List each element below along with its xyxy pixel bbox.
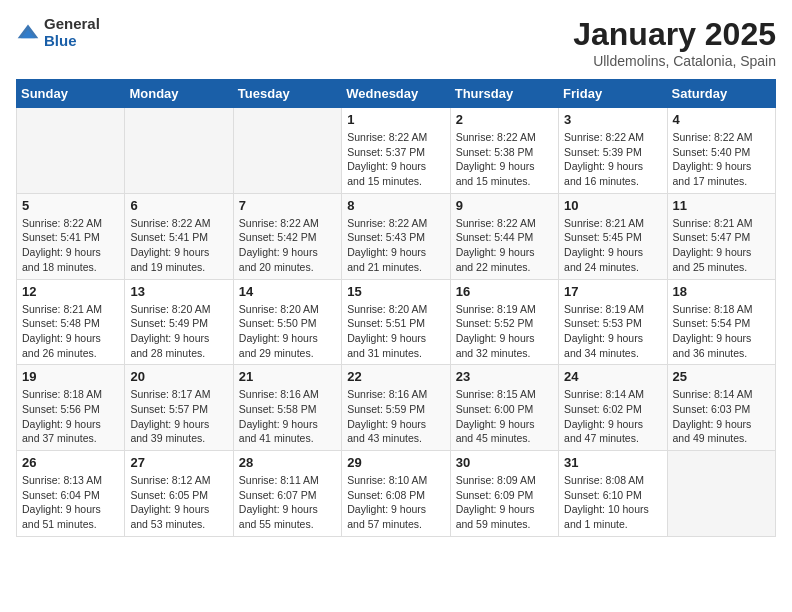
calendar-cell: 4Sunrise: 8:22 AMSunset: 5:40 PMDaylight… [667,108,775,194]
calendar-cell: 19Sunrise: 8:18 AMSunset: 5:56 PMDayligh… [17,365,125,451]
day-number: 20 [130,369,227,384]
day-number: 14 [239,284,336,299]
title-area: January 2025 Ulldemolins, Catalonia, Spa… [573,16,776,69]
calendar-cell: 14Sunrise: 8:20 AMSunset: 5:50 PMDayligh… [233,279,341,365]
day-number: 27 [130,455,227,470]
day-of-week-header: Sunday [17,80,125,108]
calendar-week-row: 26Sunrise: 8:13 AMSunset: 6:04 PMDayligh… [17,451,776,537]
day-number: 1 [347,112,444,127]
calendar-week-row: 19Sunrise: 8:18 AMSunset: 5:56 PMDayligh… [17,365,776,451]
day-of-week-header: Thursday [450,80,558,108]
day-number: 28 [239,455,336,470]
day-info: Sunrise: 8:16 AMSunset: 5:58 PMDaylight:… [239,387,336,446]
day-info: Sunrise: 8:15 AMSunset: 6:00 PMDaylight:… [456,387,553,446]
day-info: Sunrise: 8:14 AMSunset: 6:03 PMDaylight:… [673,387,770,446]
logo-general-text: General [44,16,100,33]
day-info: Sunrise: 8:22 AMSunset: 5:41 PMDaylight:… [22,216,119,275]
day-info: Sunrise: 8:22 AMSunset: 5:37 PMDaylight:… [347,130,444,189]
logo: General Blue [16,16,100,49]
calendar-header-row: SundayMondayTuesdayWednesdayThursdayFrid… [17,80,776,108]
calendar-week-row: 5Sunrise: 8:22 AMSunset: 5:41 PMDaylight… [17,193,776,279]
calendar-cell: 13Sunrise: 8:20 AMSunset: 5:49 PMDayligh… [125,279,233,365]
calendar-cell: 21Sunrise: 8:16 AMSunset: 5:58 PMDayligh… [233,365,341,451]
day-number: 11 [673,198,770,213]
calendar-cell: 25Sunrise: 8:14 AMSunset: 6:03 PMDayligh… [667,365,775,451]
day-number: 9 [456,198,553,213]
calendar-cell [17,108,125,194]
day-number: 17 [564,284,661,299]
calendar-cell: 24Sunrise: 8:14 AMSunset: 6:02 PMDayligh… [559,365,667,451]
calendar-cell: 29Sunrise: 8:10 AMSunset: 6:08 PMDayligh… [342,451,450,537]
day-number: 6 [130,198,227,213]
day-number: 23 [456,369,553,384]
day-info: Sunrise: 8:20 AMSunset: 5:51 PMDaylight:… [347,302,444,361]
calendar-cell: 2Sunrise: 8:22 AMSunset: 5:38 PMDaylight… [450,108,558,194]
calendar-cell: 26Sunrise: 8:13 AMSunset: 6:04 PMDayligh… [17,451,125,537]
calendar-cell: 5Sunrise: 8:22 AMSunset: 5:41 PMDaylight… [17,193,125,279]
calendar-cell [667,451,775,537]
day-info: Sunrise: 8:22 AMSunset: 5:42 PMDaylight:… [239,216,336,275]
day-number: 30 [456,455,553,470]
day-info: Sunrise: 8:21 AMSunset: 5:45 PMDaylight:… [564,216,661,275]
day-info: Sunrise: 8:21 AMSunset: 5:47 PMDaylight:… [673,216,770,275]
day-number: 8 [347,198,444,213]
calendar-cell: 16Sunrise: 8:19 AMSunset: 5:52 PMDayligh… [450,279,558,365]
day-number: 10 [564,198,661,213]
calendar-cell: 12Sunrise: 8:21 AMSunset: 5:48 PMDayligh… [17,279,125,365]
day-info: Sunrise: 8:22 AMSunset: 5:39 PMDaylight:… [564,130,661,189]
day-info: Sunrise: 8:22 AMSunset: 5:40 PMDaylight:… [673,130,770,189]
day-number: 13 [130,284,227,299]
day-number: 4 [673,112,770,127]
calendar-table: SundayMondayTuesdayWednesdayThursdayFrid… [16,79,776,537]
day-info: Sunrise: 8:09 AMSunset: 6:09 PMDaylight:… [456,473,553,532]
day-info: Sunrise: 8:18 AMSunset: 5:56 PMDaylight:… [22,387,119,446]
day-info: Sunrise: 8:18 AMSunset: 5:54 PMDaylight:… [673,302,770,361]
day-info: Sunrise: 8:12 AMSunset: 6:05 PMDaylight:… [130,473,227,532]
day-info: Sunrise: 8:20 AMSunset: 5:49 PMDaylight:… [130,302,227,361]
day-info: Sunrise: 8:08 AMSunset: 6:10 PMDaylight:… [564,473,661,532]
calendar-cell: 10Sunrise: 8:21 AMSunset: 5:45 PMDayligh… [559,193,667,279]
day-number: 25 [673,369,770,384]
calendar-cell: 27Sunrise: 8:12 AMSunset: 6:05 PMDayligh… [125,451,233,537]
day-info: Sunrise: 8:19 AMSunset: 5:52 PMDaylight:… [456,302,553,361]
calendar-cell: 23Sunrise: 8:15 AMSunset: 6:00 PMDayligh… [450,365,558,451]
day-number: 31 [564,455,661,470]
day-info: Sunrise: 8:22 AMSunset: 5:38 PMDaylight:… [456,130,553,189]
day-of-week-header: Saturday [667,80,775,108]
day-of-week-header: Monday [125,80,233,108]
day-number: 3 [564,112,661,127]
day-number: 21 [239,369,336,384]
day-number: 19 [22,369,119,384]
day-number: 16 [456,284,553,299]
day-of-week-header: Tuesday [233,80,341,108]
calendar-week-row: 1Sunrise: 8:22 AMSunset: 5:37 PMDaylight… [17,108,776,194]
calendar-cell: 9Sunrise: 8:22 AMSunset: 5:44 PMDaylight… [450,193,558,279]
day-number: 29 [347,455,444,470]
calendar-cell: 11Sunrise: 8:21 AMSunset: 5:47 PMDayligh… [667,193,775,279]
day-info: Sunrise: 8:22 AMSunset: 5:43 PMDaylight:… [347,216,444,275]
day-info: Sunrise: 8:11 AMSunset: 6:07 PMDaylight:… [239,473,336,532]
calendar-cell: 8Sunrise: 8:22 AMSunset: 5:43 PMDaylight… [342,193,450,279]
calendar-cell: 6Sunrise: 8:22 AMSunset: 5:41 PMDaylight… [125,193,233,279]
calendar-week-row: 12Sunrise: 8:21 AMSunset: 5:48 PMDayligh… [17,279,776,365]
logo-text: General Blue [44,16,100,49]
day-number: 18 [673,284,770,299]
calendar-cell: 31Sunrise: 8:08 AMSunset: 6:10 PMDayligh… [559,451,667,537]
calendar-cell: 28Sunrise: 8:11 AMSunset: 6:07 PMDayligh… [233,451,341,537]
calendar-cell: 7Sunrise: 8:22 AMSunset: 5:42 PMDaylight… [233,193,341,279]
calendar-cell: 20Sunrise: 8:17 AMSunset: 5:57 PMDayligh… [125,365,233,451]
day-number: 7 [239,198,336,213]
day-number: 5 [22,198,119,213]
logo-icon [16,21,40,45]
calendar-cell: 30Sunrise: 8:09 AMSunset: 6:09 PMDayligh… [450,451,558,537]
day-number: 24 [564,369,661,384]
calendar-cell: 1Sunrise: 8:22 AMSunset: 5:37 PMDaylight… [342,108,450,194]
calendar-cell: 22Sunrise: 8:16 AMSunset: 5:59 PMDayligh… [342,365,450,451]
day-info: Sunrise: 8:21 AMSunset: 5:48 PMDaylight:… [22,302,119,361]
day-info: Sunrise: 8:19 AMSunset: 5:53 PMDaylight:… [564,302,661,361]
calendar-cell: 17Sunrise: 8:19 AMSunset: 5:53 PMDayligh… [559,279,667,365]
day-info: Sunrise: 8:22 AMSunset: 5:41 PMDaylight:… [130,216,227,275]
calendar-cell: 15Sunrise: 8:20 AMSunset: 5:51 PMDayligh… [342,279,450,365]
day-number: 26 [22,455,119,470]
day-info: Sunrise: 8:14 AMSunset: 6:02 PMDaylight:… [564,387,661,446]
